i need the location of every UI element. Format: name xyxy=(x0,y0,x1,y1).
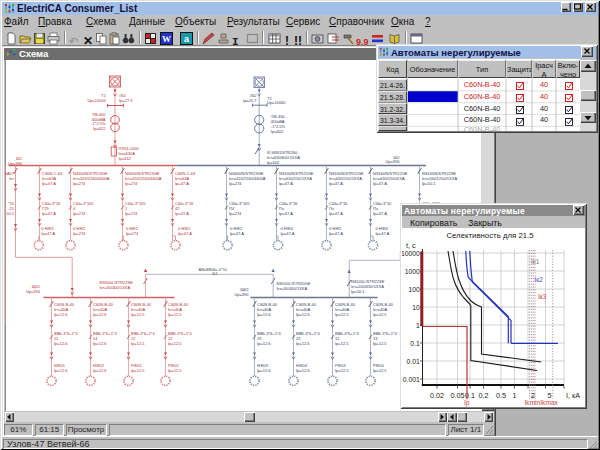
svg-text:Iр=12.5: Iр=12.5 xyxy=(168,341,182,346)
svg-text:Iр=12.5: Iр=12.5 xyxy=(373,312,387,317)
svg-text:Iр=47.А: Iр=47.А xyxy=(329,211,343,216)
svg-text:Iр=47.А: Iр=47.А xyxy=(42,181,56,186)
svg-text:Iр=12.6: Iр=12.6 xyxy=(54,368,68,373)
svg-text:Iр=274: Iр=274 xyxy=(125,181,138,186)
svg-text:Uр=396: Uр=396 xyxy=(385,159,400,164)
svg-text:Iр=47.А: Iр=47.А xyxy=(329,231,343,236)
svg-text:Iр=12.6: Iр=12.6 xyxy=(257,341,271,346)
svg-text:Iр=274: Iр=274 xyxy=(125,231,138,236)
svg-text:IkminIkmax: IkminIkmax xyxy=(525,399,559,406)
svg-text:Iр=12.5: Iр=12.5 xyxy=(373,368,387,373)
svg-text:10: 10 xyxy=(412,304,420,311)
svg-text:Iр=25.7: Iр=25.7 xyxy=(243,98,257,103)
svg-text:Iр=47.А: Iр=47.А xyxy=(373,211,387,216)
svg-text:Iр=50.1: Iр=50.1 xyxy=(422,181,436,186)
svg-text:Iр=47.А: Iр=47.А xyxy=(42,211,56,216)
svg-text:Iр=12.6: Iр=12.6 xyxy=(93,341,107,346)
svg-text:Iр=12.6: Iр=12.6 xyxy=(54,341,68,346)
svg-text:Iр=612: Iр=612 xyxy=(93,126,106,131)
svg-text:Iр=47.А: Iр=47.А xyxy=(175,181,189,186)
svg-text:0.01: 0.01 xyxy=(407,358,420,365)
svg-text:Uр=10000: Uр=10000 xyxy=(267,100,286,105)
svg-text:Iк2: Iк2 xyxy=(535,276,544,283)
svg-text:Uр=390: Uр=390 xyxy=(234,292,249,297)
svg-text:1: 1 xyxy=(416,322,420,329)
svg-text:Iр=274: Iр=274 xyxy=(73,211,86,216)
svg-text:Iр=47.А: Iр=47.А xyxy=(375,231,389,236)
svg-text:0.2: 0.2 xyxy=(479,391,489,400)
svg-text:Iр=274: Iр=274 xyxy=(73,231,86,236)
svg-text:1000: 1000 xyxy=(405,268,420,275)
svg-text:0.05: 0.05 xyxy=(451,391,465,400)
svg-text:Uр=396: Uр=396 xyxy=(7,161,22,166)
svg-text:I, кА: I, кА xyxy=(566,391,580,400)
svg-text:Uр=10000: Uр=10000 xyxy=(87,98,106,103)
svg-text:СШа-3*105: СШа-3*105 xyxy=(73,201,94,206)
svg-text:W: W xyxy=(162,34,171,44)
svg-text:10000: 10000 xyxy=(402,250,420,257)
svg-text:Iр=274: Iр=274 xyxy=(229,181,242,186)
svg-text:Iр=12.6: Iр=12.6 xyxy=(257,312,271,317)
svg-text:0.02: 0.02 xyxy=(430,391,444,400)
svg-text:50.1: 50.1 xyxy=(6,211,15,216)
svg-text:0.1: 0.1 xyxy=(410,340,420,347)
svg-text:Iр=12.6: Iр=12.6 xyxy=(257,368,271,373)
svg-text:100: 100 xyxy=(408,286,420,293)
svg-text:0.5: 0.5 xyxy=(496,391,506,400)
svg-text:Iр=602: Iр=602 xyxy=(270,129,283,134)
svg-text:Iр=12.5: Iр=12.5 xyxy=(335,312,349,317)
svg-text:Iр=12.6: Iр=12.6 xyxy=(296,368,310,373)
svg-text:Iр=12.6: Iр=12.6 xyxy=(296,341,310,346)
svg-text:Iкт: Iкт xyxy=(9,176,14,181)
svg-text:Iр=12.5: Iр=12.5 xyxy=(131,341,145,346)
svg-text:Iр=47.А: Iр=47.А xyxy=(175,211,189,216)
svg-text:Iр=12.5: Iр=12.5 xyxy=(168,312,182,317)
svg-text:Iк3: Iк3 xyxy=(538,293,547,300)
svg-text:Iр=12.5: Iр=12.5 xyxy=(373,341,387,346)
svg-text:0.001: 0.001 xyxy=(403,376,420,383)
svg-text:СШа-3*105: СШа-3*105 xyxy=(125,201,146,206)
svg-text:Iр=47.А: Iр=47.А xyxy=(329,181,343,186)
svg-text:Iр=12.5: Iр=12.5 xyxy=(131,368,145,373)
svg-text:Iр=274: Iр=274 xyxy=(73,181,86,186)
svg-text:Iр=12.5: Iр=12.5 xyxy=(131,312,145,317)
svg-text:Iк1: Iк1 xyxy=(531,258,540,265)
svg-text:Iр=12.6: Iр=12.6 xyxy=(54,312,68,317)
svg-text:Iр=274: Iр=274 xyxy=(125,211,138,216)
svg-text:Uр=394: Uр=394 xyxy=(25,289,40,294)
svg-text:Iр=47.А: Iр=47.А xyxy=(230,231,244,236)
svg-text:Iр=47.А: Iр=47.А xyxy=(373,181,387,186)
svg-text:Iкт=30/400/1ХХА: Iкт=30/400/1ХХА xyxy=(276,286,307,291)
svg-text:t, с: t, с xyxy=(406,241,416,250)
svg-text:Iр=12.6: Iр=12.6 xyxy=(93,368,107,373)
svg-text:Iр=47.А: Iр=47.А xyxy=(280,231,294,236)
svg-text:Iр=47.А: Iр=47.А xyxy=(279,211,293,216)
svg-text:1: 1 xyxy=(513,391,517,400)
svg-text:Iр=12.5: Iр=12.5 xyxy=(335,368,349,373)
svg-text:Iр=12.6: Iр=12.6 xyxy=(93,312,107,317)
svg-text:Iр=602: Iр=602 xyxy=(267,160,280,165)
svg-text:Iр=47.А: Iр=47.А xyxy=(41,231,55,236)
svg-text:Iр=274: Iр=274 xyxy=(229,211,242,216)
svg-text:Iр=12.6: Iр=12.6 xyxy=(296,312,310,317)
svg-text:Iр=612: Iр=612 xyxy=(118,156,131,161)
svg-text:Iр: Iр xyxy=(464,399,470,407)
svg-text:Iр=47.А: Iр=47.А xyxy=(178,231,192,236)
svg-text:Iр=50.1: Iр=50.1 xyxy=(351,289,365,294)
svg-text:Iр=12.5: Iр=12.5 xyxy=(335,341,349,346)
svg-text:Iкт=30/400/1ХХА: Iкт=30/400/1ХХА xyxy=(99,285,130,290)
svg-text:Iр=27.9: Iр=27.9 xyxy=(119,98,133,103)
svg-text:Iр=47.А: Iр=47.А xyxy=(279,181,293,186)
svg-text:Iр=12.5: Iр=12.5 xyxy=(168,368,182,373)
svg-text:Б2: Б2 xyxy=(212,271,218,276)
